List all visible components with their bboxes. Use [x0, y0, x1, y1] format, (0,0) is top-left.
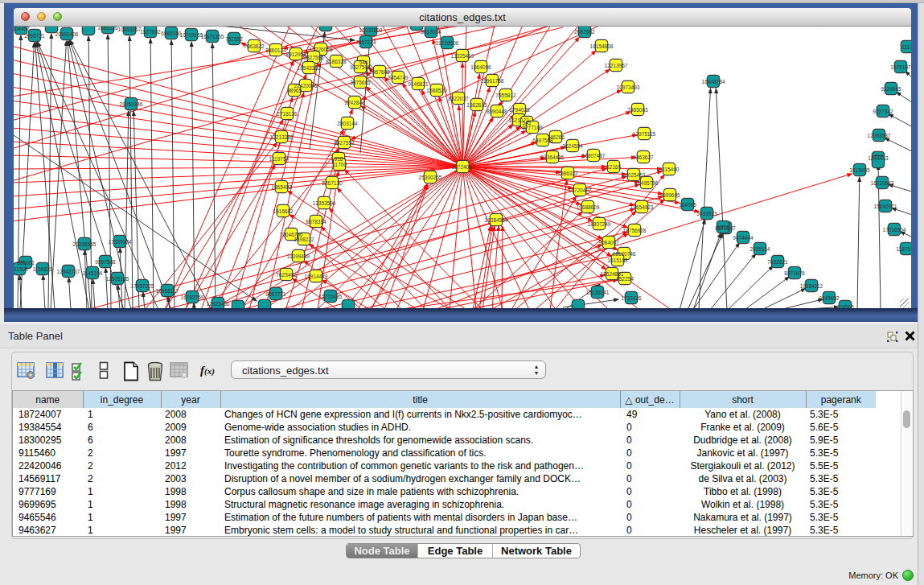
svg-text:10025453: 10025453 [622, 172, 646, 178]
svg-text:7485063: 7485063 [627, 107, 648, 113]
svg-text:1362615: 1362615 [466, 102, 487, 108]
svg-text:18724007: 18724007 [452, 164, 475, 170]
svg-text:7625402: 7625402 [276, 272, 297, 278]
svg-text:1119754: 1119754 [269, 156, 290, 162]
svg-text:7986322: 7986322 [557, 171, 578, 176]
svg-text:25300265: 25300265 [419, 175, 442, 180]
svg-text:19756928: 19756928 [623, 228, 647, 233]
svg-text:6966160: 6966160 [161, 31, 182, 36]
svg-text:13325419: 13325419 [451, 53, 474, 59]
svg-text:9327508: 9327508 [350, 64, 371, 70]
svg-text:16543382: 16543382 [298, 65, 321, 71]
svg-text:12505185: 12505185 [106, 276, 129, 282]
svg-text:535061: 535061 [17, 260, 35, 266]
svg-text:8427552: 8427552 [334, 140, 355, 146]
svg-text:1156829: 1156829 [33, 266, 53, 272]
svg-text:1167533: 1167533 [897, 246, 911, 252]
svg-text:8454749: 8454749 [388, 75, 409, 80]
svg-text:2087682: 2087682 [574, 29, 595, 35]
svg-text:15720407: 15720407 [569, 187, 592, 193]
svg-text:9657771: 9657771 [265, 291, 286, 297]
svg-text:9242848: 9242848 [344, 100, 365, 105]
svg-text:8990448: 8990448 [487, 109, 507, 114]
svg-text:1527602: 1527602 [140, 29, 161, 35]
svg-text:5933923: 5933923 [696, 211, 717, 216]
svg-text:751552: 751552 [225, 36, 243, 42]
svg-text:9699695: 9699695 [659, 192, 680, 198]
svg-text:7632621: 7632621 [767, 259, 788, 265]
svg-text:10958117: 10958117 [156, 288, 179, 294]
svg-text:10719155: 10719155 [180, 32, 203, 38]
svg-text:11099489: 11099489 [287, 253, 310, 259]
svg-text:8878334: 8878334 [306, 219, 326, 225]
svg-text:9146821: 9146821 [408, 81, 429, 87]
svg-text:16033809: 16033809 [359, 27, 383, 33]
svg-text:17016504: 17016504 [883, 227, 906, 233]
svg-text:104457: 104457 [14, 27, 30, 31]
svg-text:10807487: 10807487 [582, 153, 606, 159]
svg-text:2055721: 2055721 [24, 33, 45, 39]
svg-text:6794028: 6794028 [509, 107, 530, 113]
svg-text:1733426: 1733426 [621, 295, 642, 301]
svg-text:16120746: 16120746 [613, 251, 636, 257]
svg-text:19654923: 19654923 [630, 204, 654, 210]
svg-text:19218506: 19218506 [436, 40, 459, 46]
svg-text:17359924: 17359924 [109, 239, 132, 245]
svg-text:1085326: 1085326 [97, 27, 118, 31]
svg-text:8267130: 8267130 [322, 180, 343, 186]
svg-text:1588520: 1588520 [426, 88, 447, 93]
svg-text:1117: 1117 [901, 44, 911, 50]
svg-text:1145194: 1145194 [83, 270, 103, 276]
svg-text:1615192: 1615192 [607, 257, 628, 263]
svg-text:2803144: 2803144 [337, 121, 358, 126]
svg-text:10688609: 10688609 [577, 204, 600, 210]
svg-text:7857224: 7857224 [355, 39, 376, 45]
svg-text:16495796: 16495796 [635, 180, 659, 186]
svg-text:16914479: 16914479 [305, 274, 328, 279]
svg-text:16210643: 16210643 [871, 180, 894, 186]
svg-text:164095: 164095 [679, 202, 696, 208]
svg-text:12213967: 12213967 [605, 63, 628, 68]
svg-text:9463627: 9463627 [633, 154, 654, 160]
svg-text:6497568: 6497568 [532, 138, 553, 143]
svg-text:391594: 391594 [14, 266, 28, 272]
svg-text:7955812: 7955812 [495, 93, 516, 98]
svg-text:15716485: 15716485 [319, 294, 343, 299]
svg-text:9245652: 9245652 [819, 295, 840, 301]
svg-text:3624554: 3624554 [562, 143, 583, 149]
svg-text:29053346: 29053346 [120, 101, 143, 107]
svg-text:1965492: 1965492 [271, 184, 292, 190]
svg-text:6871: 6871 [717, 225, 729, 230]
svg-text:9084067: 9084067 [598, 240, 619, 245]
svg-text:11700: 11700 [332, 162, 347, 167]
svg-text:10853267: 10853267 [118, 27, 142, 32]
svg-text:8471676: 8471676 [784, 270, 805, 276]
svg-text:2967608: 2967608 [369, 69, 390, 75]
svg-text:16961758: 16961758 [481, 78, 504, 84]
svg-text:12213382: 12213382 [270, 134, 294, 140]
svg-text:8860124: 8860124 [265, 47, 286, 53]
svg-text:9397568: 9397568 [95, 259, 116, 265]
svg-text:98965: 98965 [287, 88, 302, 93]
svg-text:9474444: 9474444 [733, 235, 754, 241]
svg-text:1916682: 1916682 [273, 208, 294, 214]
svg-text:7663822: 7663822 [244, 43, 265, 49]
svg-text:2935114: 2935114 [750, 246, 770, 252]
svg-text:9777169: 9777169 [522, 125, 543, 130]
svg-text:12923456: 12923456 [207, 301, 230, 307]
svg-text:10654112: 10654112 [800, 283, 823, 289]
svg-text:16782759: 16782759 [181, 295, 204, 300]
svg-text:19384554: 19384554 [485, 217, 508, 223]
svg-text:15692971: 15692971 [874, 204, 897, 209]
svg-text:10973493: 10973493 [617, 84, 640, 90]
svg-text:15136141: 15136141 [586, 290, 610, 295]
svg-text:9115460: 9115460 [659, 167, 680, 172]
svg-text:12353594: 12353594 [313, 200, 336, 206]
svg-text:1864096: 1864096 [470, 64, 491, 70]
svg-text:8813054: 8813054 [421, 29, 441, 35]
svg-text:12942737: 12942737 [57, 269, 80, 274]
svg-text:15226058: 15226058 [310, 47, 333, 52]
svg-text:2718126: 2718126 [277, 111, 298, 117]
svg-text:17957225: 17957225 [131, 283, 154, 289]
svg-text:1575107: 1575107 [890, 64, 911, 70]
